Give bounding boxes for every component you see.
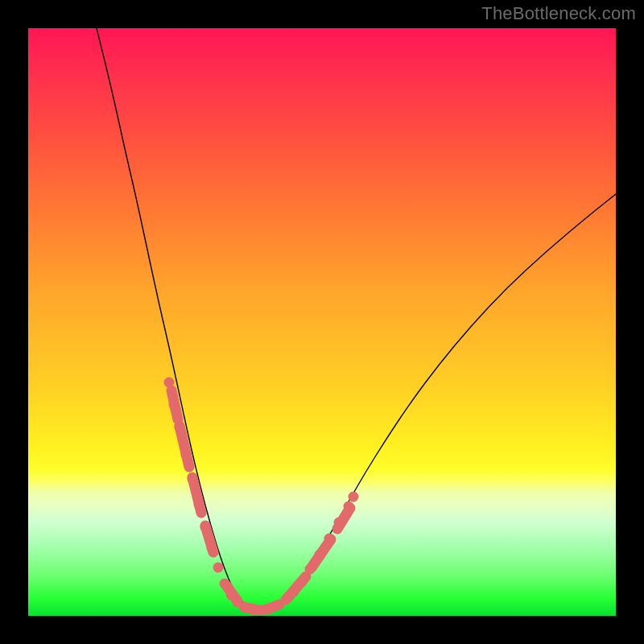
highlight-dot [349, 492, 359, 502]
highlight-dot [334, 518, 345, 528]
highlight-dot [188, 474, 198, 485]
highlight-dot [175, 423, 185, 433]
highlight-dot [169, 400, 180, 411]
highlight-dot [315, 550, 325, 560]
watermark-label: TheBottleneck.com [481, 3, 636, 24]
highlight-dot [164, 378, 175, 388]
plot-area [28, 28, 616, 616]
highlight-dot [297, 577, 308, 588]
highlight-dot [344, 502, 354, 512]
chart-container: TheBottleneck.com [0, 0, 644, 644]
highlight-dot [207, 543, 217, 554]
chart-overlay [28, 28, 616, 616]
highlight-dot [281, 595, 291, 605]
highlight-dot [194, 500, 204, 510]
highlight-dot [289, 587, 299, 597]
highlight-dot [324, 534, 335, 544]
highlight-dot [213, 563, 224, 573]
highlight-dot [220, 579, 230, 589]
v-curve-line [97, 28, 616, 610]
highlight-dot [181, 450, 192, 460]
highlight-dot [200, 522, 211, 533]
highlight-dot [305, 564, 316, 575]
